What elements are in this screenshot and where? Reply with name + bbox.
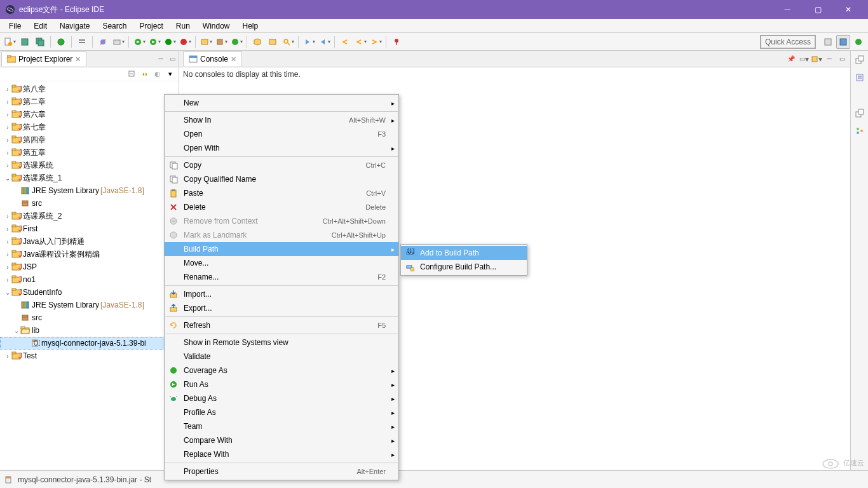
toggle-breadcrumb-button[interactable] [75, 35, 89, 49]
menu-item-import[interactable]: Import... [165, 287, 398, 301]
menu-project[interactable]: Project [133, 20, 169, 32]
context-menu[interactable]: New▸Show InAlt+Shift+W▸OpenF3Open With▸C… [164, 94, 399, 480]
close-console-icon[interactable]: ✕ [231, 55, 236, 64]
menu-item-compare-with[interactable]: Compare With▸ [165, 433, 398, 447]
console-tab[interactable]: Console ✕ [183, 51, 242, 66]
menu-item-show-in[interactable]: Show InAlt+Shift+W▸ [165, 113, 398, 127]
tree-item[interactable]: src [0, 197, 179, 210]
collapse-all-button[interactable] [126, 69, 138, 80]
expand-icon[interactable]: › [4, 226, 11, 233]
tree-item[interactable]: ›J第七章 [0, 121, 179, 133]
perspective-java-button[interactable] [836, 35, 850, 49]
expand-icon[interactable]: › [4, 124, 11, 131]
expand-icon[interactable] [13, 187, 20, 194]
back-button[interactable]: ▾ [353, 35, 367, 49]
menu-item-refresh[interactable]: RefreshF5 [165, 318, 398, 332]
new-class-button[interactable]: ▾ [229, 35, 243, 49]
menu-item-run-as[interactable]: Run As▸ [165, 377, 398, 391]
coverage-run-button[interactable]: ▾ [163, 35, 177, 49]
restore-icon[interactable] [853, 53, 866, 66]
expand-icon[interactable] [13, 200, 20, 207]
expand-icon[interactable]: ⌄ [4, 289, 11, 296]
pin-editor-button[interactable] [390, 35, 403, 49]
expand-icon[interactable] [13, 315, 20, 322]
menu-item-delete[interactable]: DeleteDelete [165, 200, 398, 214]
maximize-view-button[interactable]: ▭ [167, 54, 177, 64]
tree-item[interactable]: 01mysql-connector-java-5.1.39-bi [0, 337, 179, 349]
focus-task-button[interactable]: ◐ [152, 69, 163, 80]
display-console-button[interactable]: ▭▾ [798, 53, 810, 65]
pin-console-button[interactable]: 📌 [785, 53, 797, 65]
tree-item[interactable]: src [0, 311, 179, 324]
build-path-submenu[interactable]: 010Add to Build PathConfigure Build Path… [400, 244, 527, 276]
expand-icon[interactable]: › [4, 137, 11, 144]
menu-item-replace-with[interactable]: Replace With▸ [165, 447, 398, 461]
debug-button[interactable]: ▾ [132, 35, 146, 49]
open-console-button[interactable]: ▾ [811, 53, 822, 65]
expand-icon[interactable]: › [4, 149, 11, 156]
menu-item-new[interactable]: New▸ [165, 96, 398, 110]
perspective-java-ee-button[interactable] [821, 35, 835, 49]
close-view-icon[interactable]: ✕ [75, 55, 81, 64]
menu-item-copy-qualified-name[interactable]: Copy Qualified Name [165, 172, 398, 186]
menu-help[interactable]: Help [236, 20, 265, 32]
menu-item-copy[interactable]: CopyCtrl+C [165, 158, 398, 172]
tree-item[interactable]: ⌄J选课系统_1 [0, 172, 179, 184]
new-package-button[interactable]: ▾ [214, 35, 228, 49]
expand-icon[interactable]: ⌄ [13, 327, 20, 334]
menu-item-properties[interactable]: PropertiesAlt+Enter [165, 464, 398, 478]
last-edit-button[interactable] [338, 35, 352, 49]
menu-item-team[interactable]: Team▸ [165, 419, 398, 433]
tree-item[interactable]: ›J第二章 [0, 95, 179, 108]
tree-item[interactable]: ›J选课系统 [0, 159, 179, 172]
tree-item[interactable]: ›Jno1 [0, 273, 179, 286]
new-java-project-button[interactable]: ▾ [199, 35, 213, 49]
save-button[interactable] [18, 35, 32, 49]
menu-search[interactable]: Search [96, 20, 133, 32]
menu-item-coverage-as[interactable]: Coverage As▸ [165, 363, 398, 377]
maximize-console-button[interactable]: ▭ [836, 53, 848, 65]
expand-icon[interactable] [13, 302, 20, 309]
expand-icon[interactable]: › [4, 238, 11, 245]
menu-edit[interactable]: Edit [27, 20, 53, 32]
tree-item[interactable]: ⌄JStudentInfo [0, 286, 179, 299]
tree-item[interactable]: ›JJava从入门到精通 [0, 235, 179, 248]
view-menu-button[interactable]: ▾ [165, 69, 176, 80]
minimize-button[interactable]: ─ [773, 0, 802, 19]
link-editor-button[interactable] [139, 69, 151, 80]
forward-button[interactable]: ▾ [369, 35, 383, 49]
expand-icon[interactable]: › [4, 213, 11, 220]
tree-item[interactable]: ›J第六章 [0, 108, 179, 121]
expand-icon[interactable]: › [4, 353, 11, 360]
minimize-console-button[interactable]: ─ [824, 53, 835, 65]
profile-button[interactable]: ▾ [178, 35, 192, 49]
new-server-button[interactable]: ▾ [111, 35, 125, 49]
menu-item-build-path[interactable]: Build Path▸ [165, 242, 398, 256]
prev-annotation-button[interactable]: ▾ [317, 35, 331, 49]
tree-item[interactable]: ›J第八章 [0, 83, 179, 95]
search-button[interactable]: ▾ [281, 35, 295, 49]
expand-icon[interactable]: › [4, 111, 11, 118]
tree-item[interactable]: JRE System Library [JavaSE-1.8] [0, 299, 179, 311]
maximize-button[interactable]: ▢ [803, 0, 832, 19]
menu-run[interactable]: Run [170, 20, 196, 32]
quick-access[interactable]: Quick Access [760, 35, 816, 49]
project-explorer-tab[interactable]: Project Explorer ✕ [1, 51, 86, 66]
expand-icon[interactable]: › [4, 98, 11, 105]
tree-item[interactable]: ›J第五章 [0, 146, 179, 159]
tree-item[interactable]: ›JFirst [0, 222, 179, 235]
tree-item[interactable]: ›JJSP [0, 261, 179, 273]
expand-icon[interactable]: › [4, 86, 11, 93]
expand-icon[interactable]: › [4, 264, 11, 271]
open-task-button[interactable] [266, 35, 280, 49]
menu-item-paste[interactable]: PasteCtrl+V [165, 186, 398, 200]
save-all-button[interactable] [33, 35, 47, 49]
expand-icon[interactable]: › [4, 162, 11, 169]
coverage-button[interactable] [54, 35, 68, 49]
skip-breakpoints-button[interactable] [96, 35, 110, 49]
tree-item[interactable]: ›J第四章 [0, 133, 179, 146]
menu-item-debug-as[interactable]: Debug As▸ [165, 391, 398, 405]
outline-icon[interactable] [853, 125, 866, 137]
new-button[interactable]: ▾ [3, 35, 17, 49]
expand-icon[interactable]: › [4, 276, 11, 283]
